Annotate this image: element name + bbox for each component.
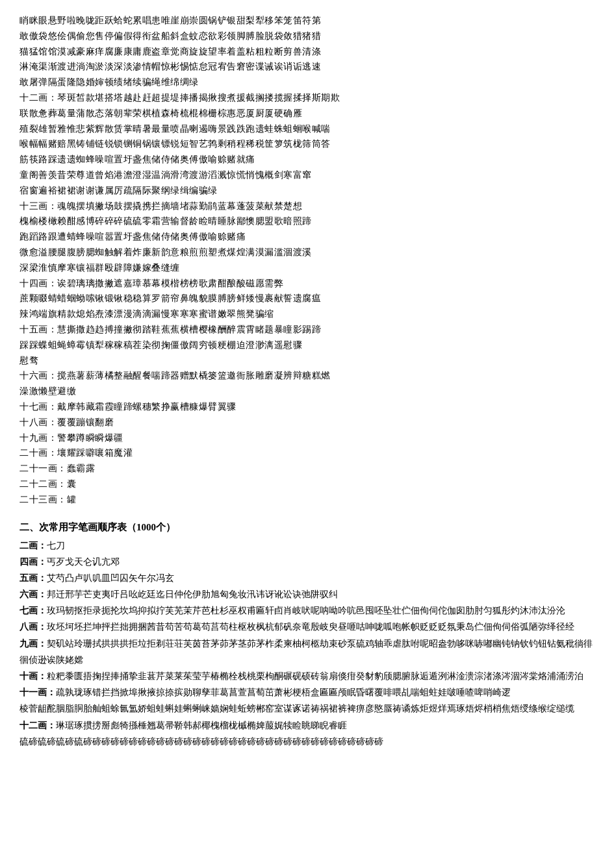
stroke-entry-11: 十一画：疏孰珑琢错拦挡掀埠揪掖掠捺摈勋聊孳菲葛菖萱菖萄茁萧彬梗梧盒匾匾颅眠昏曙覆…	[19, 684, 595, 701]
stroke-entry-12b: 硫碲硫碲硫碲硫碲碲碲碲碲碲碲碲碲碲碲碲碲碲碲碲碲碲碲碲碲碲碲碲碲碲碲碲碲碲碲碲碲	[19, 734, 595, 750]
stroke-label-4: 四画：	[19, 557, 47, 567]
line-31: 二十二画：囊	[19, 477, 595, 492]
line-3: 猫猛馆馆漠减豪麻痒腐廉康庸鹿盗章觉商旋旋望率着盖粘粗粒断剪兽清涤	[19, 44, 595, 60]
stroke-entry-10: 十画：粒粑黍匮捂掬捏捧捅挚韭葚芹菜莱茱莹芋椿椭栓栈桃栗枸酮碾砚硕砖翁扇倏疳癸豺豹…	[19, 668, 595, 684]
section2-title: 二、次常用字笔画顺序表（1000个）	[19, 519, 595, 535]
stroke-chars-9: 契矶站玲珊拭拱拱拱拒垃拒剃荘荘芙茵苔茅茆茅茎茆茅柞柔柬柚柯柩劫束砂泵硫鸡轴乖虐肽…	[19, 639, 593, 665]
stroke-label-7: 七画：	[19, 606, 47, 615]
line-2: 敢傲袋悠侩偶偷您售停偏假得衔盆船斜盒蚊恋欲彩领脚膊脸脱袋敛猎猪猎	[19, 29, 595, 44]
stroke-label-5: 五画：	[19, 573, 47, 583]
stroke-chars-8: 玫坯坷坯拦坤抨拦拙拥捆茜昔苟苦苟葛苟莒苟柱枢枚枫杭郁矾奈竜殷岐臾昼咂咕呻咙呱咆帐…	[47, 622, 574, 632]
stroke-chars-12a: 琳琚琢掼搒掰彪犄搎棰翘葛帚鞒韩郝椰槐榴栊槭椭婢菔娓犊睑眺睇睨睿睚	[56, 721, 347, 730]
stroke-chars-7: 玫玛韧抠拒录扼抡坎坞抑拟拧芙芜茉芹芭杜杉巫权甫匾轩卣肖岐吠呢呐呦吟吭邑囤呸坠壮伫…	[47, 606, 565, 615]
stroke-chars-11: 疏孰珑琢错拦挡掀埠揪掖掠捺摈勋聊孳菲葛菖萱菖萄茁萧彬梗梧盒匾匾颅眠昏曙覆啡喂乩喘…	[56, 688, 511, 697]
stroke-chars-12b: 硫碲硫碲硫碲硫碲碲碲碲碲碲碲碲碲碲碲碲碲碲碲碲碲碲碲碲碲碲碲碲碲碲碲碲碲碲碲碲碲	[19, 737, 383, 747]
line-30: 二十一画：蠢霸露	[19, 461, 595, 477]
line-32: 二十三画：罐	[19, 492, 595, 508]
stroke-entry-7: 七画：玫玛韧抠拒录扼抡坎坞抑拟拧芙芜茉芹芭杜杉巫权甫匾轩卣肖岐吠呢呐呦吟吭邑囤呸…	[19, 602, 595, 619]
line-17: 深梁淮慎摩寒镶福群殴辟障嫌嫁叠缝缠	[19, 260, 595, 276]
line-22: 踩踩蝶蛆蝇蟑霉镇犁稼稼稿茬染彻掬僵傲阔穷顿粳棚迫澄渺漓遥慰骤	[19, 338, 595, 353]
line-7: 联散惫葬葛量蒲散态落朝辈荣棋植森椅梳棍棉栅棕惠恶厦厨厦硬确雁	[19, 106, 595, 121]
stroke-entry-11b: 棱菅龃酡胭脂胴胎舢蛆蜍氤氲娇蛆蛙蝌娃蝌蜊崃嫱娴蛙蚯螃郴窑室谋诼诺祷祸裙裤裨痹彦愍…	[19, 701, 595, 717]
line-16: 微愈溢腰腿腹膀腮蜘触解着炸廉新韵意粮煎煎塑煮煤煌满漠漏滥涸渡溪	[19, 245, 595, 260]
stroke-chars-2: 七刀	[47, 541, 65, 551]
stroke-label-2: 二画：	[19, 541, 47, 551]
line-12: 宿窗遍裕裙裙谢谢谦属厉疏隔际聚纲绿缉编骗绿	[19, 183, 595, 199]
line-4: 淋淹渠渐渡进淌淘淤淡深淡渗情帽惊彬惕惦怠冠宥告窘密谍诫诶诮诟逃速	[19, 59, 595, 75]
line-9: 喉幅幅赌赔黑铸铺链锐锁铡铜锅镶镖锐短智艺鹁剩稍程稀税筐箩筑栊筛筒答	[19, 136, 595, 152]
stroke-label-9: 九画：	[19, 639, 47, 649]
stroke-chars-5: 艾芍凸卢叭叽皿凹囚矢午尔冯玄	[47, 573, 174, 583]
stroke-label-12a: 十二画：	[19, 721, 56, 730]
line-28: 十九画：警攀蹲瞬瞬爆疆	[19, 430, 595, 446]
stroke-entry-6: 六画：邦迁邢芋芒吏夷吁吕吆屹廷迄日仲伦伊肋旭匈兔妆汛讳讶讹讼诀弛阱驭纠	[19, 586, 595, 602]
stroke-entry-8: 八画：玫坯坷坯拦坤抨拦拙拥捆茜昔苟苦苟葛苟莒苟柱枢枚枫杭郁矾奈竜殷岐臾昼咂咕呻咙…	[19, 619, 595, 635]
stroke-chars-11b: 棱菅龃酡胭脂胴胎舢蛆蜍氤氲娇蛆蛙蝌娃蝌蜊崃嫱娴蛙蚯螃郴窑室谋诼诺祷祸裙裤裨痹彦愍…	[19, 704, 574, 713]
stroke-entry-9: 九画：契矶站玲珊拭拱拱拱拒垃拒剃荘荘芙茵苔茅茆茅茎茆茅柞柔柬柚柯柩劫束砂泵硫鸡轴…	[19, 636, 595, 668]
stroke-entry-5: 五画：艾芍凸卢叭叽皿凹囚矢午尔冯玄	[19, 570, 595, 586]
stroke-entry-12a: 十二画：琳琚琢掼搒掰彪犄搎棰翘葛帚鞒韩郝椰槐榴栊槭椭婢菔娓犊睑眺睇睨睿睚	[19, 717, 595, 734]
line-10: 筋筷路踩遗遗蜘蜂噪喧置圩盏焦储侍储奥傅傲喻赊赌就痛	[19, 152, 595, 167]
line-11: 童阁善羡昔荣尊道曾焰港澹澄湿温淌滑湾渡游滔溅惊慌悄愧概剑寒富窜	[19, 167, 595, 183]
stroke-label-11: 十一画：	[19, 688, 56, 697]
stroke-chars-10: 粒粑黍匮捂掬捏捧捅挚韭葚芹菜莱茱莹芋椿椭栓栈桃栗枸酮碾砚硕砖翁扇倏疳癸豺豹颀腮腑…	[47, 671, 583, 681]
line-19: 蔗颗啜蜻蜡蝈蚴嗦锹锻锹稳稳算罗箭帘鼻魄貌膜膊膀鲜矮慢裹献誓遗腐瘟	[19, 291, 595, 306]
line-14: 槐榆楼橄赖酣感博碎碎碎硫硫零霜营输督龄睑晴睡脉鄙懊腮盟歌暗照蹄	[19, 214, 595, 229]
line-27: 十八画：覆覆蹦镶翻磨	[19, 415, 595, 430]
line-8: 殖裂雄暂雅惟悲紫辉散赁掌晴暑最量喷晶喇遏嗨景践跌跑遗蛙蛛蛆蛔喉喊喘	[19, 121, 595, 137]
page-container: 睄眯眼悬野啦晚咙距跃蛤蛇累唱患唯崖崩崇圆锅铲银甜梨犁移笨笼笛符第 敢傲袋悠侩偶偷…	[19, 13, 595, 750]
stroke-label-10: 十画：	[19, 671, 47, 681]
line-26: 十七画：戴摩韩藏霜霞瞳蹄螺穗繁挣赢槽糠爆臂翼骤	[19, 399, 595, 415]
stroke-entry-2: 二画：七刀	[19, 538, 595, 554]
line-13: 十三画：魂魄摆填撇场鼓摆撬携拦摘墙堵蒜勤鹃蓝幕蓬菠菜献禁楚想	[19, 199, 595, 214]
top-lines-section: 睄眯眼悬野啦晚咙距跃蛤蛇累唱患唯崖崩崇圆锅铲银甜梨犁移笨笼笛符第 敢傲袋悠侩偶偷…	[19, 13, 595, 508]
stroke-label-6: 六画：	[19, 589, 47, 599]
stroke-label-8: 八画：	[19, 622, 47, 632]
stroke-chars-6: 邦迁邢芋芒吏夷吁吕吆屹廷迄日仲伦伊肋旭匈兔妆汛讳讶讹讼诀弛阱驭纠	[47, 589, 338, 599]
line-20: 辣鸿端旗精款熄焰焘漆漂漫滴滴漏慢寒寒寒蜜谱嫩翠熊凳骗缩	[19, 306, 595, 322]
stroke-entry-4: 四画：丐歹戈天仑讥亢邓	[19, 554, 595, 570]
line-6: 十二画：琴斑皙款堪搭塔越赴赶超提堤捧播揭揪搜煮援截搁搂揽握揉择斯期欺	[19, 90, 595, 106]
stroke-chars-4: 丐歹戈天仑讥亢邓	[47, 557, 120, 567]
line-29: 二十画：壤耀踩噼嚷箱魔灌	[19, 445, 595, 461]
line-15: 跑蹈路跟遭蜻蜂噪喧嚣置圩盏焦储侍储奥傅傲喻赊赌痛	[19, 229, 595, 245]
line-25: 澡激懒壁避缴	[19, 384, 595, 399]
line-18: 十四画：诶碧璃璃撒撇遮嘉璋慕幕模楷榜榜歌肃酣酿酸磁愿需弊	[19, 276, 595, 291]
line-23: 慰骛	[19, 353, 595, 369]
line-21: 十五画：慧撕撒趋趋搏撞撇彻踏鞋蕉蕉横槽樱橡酬醉震霄睹题暴瞳影踢蹄	[19, 322, 595, 338]
section2: 二、次常用字笔画顺序表（1000个） 二画：七刀 四画：丐歹戈天仑讥亢邓 五画：…	[19, 519, 595, 750]
line-24: 十六画：搅燕薯薪薄橘整融醒餐喘蹄器赠默橇篓篮邀衙胀雕磨凝辨辩糖糕燃	[19, 368, 595, 384]
line-5: 敢屠弹隔蛋隆隐婚婶顿绩绪续骗绳维绵绸绿	[19, 75, 595, 90]
line-1: 睄眯眼悬野啦晚咙距跃蛤蛇累唱患唯崖崩崇圆锅铲银甜梨犁移笨笼笛符第	[19, 13, 595, 29]
